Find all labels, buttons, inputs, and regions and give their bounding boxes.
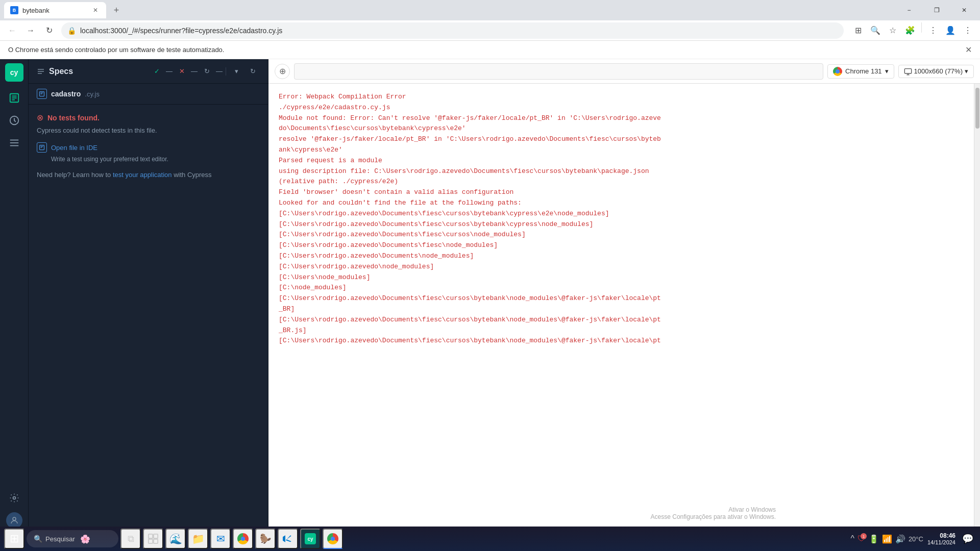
search-icon[interactable]: 🔍 [867,22,884,39]
tray-antivirus[interactable]: 🛡 1 [857,534,866,543]
forward-button[interactable]: → [22,22,39,39]
taskbar-dbeaver[interactable]: 🦫 [255,529,276,549]
close-button[interactable]: ✕ [952,2,976,18]
minimize-button[interactable]: − [897,2,921,18]
scrollbar-thumb[interactable] [975,88,979,129]
tab-title: bytebank [22,7,87,14]
banner-close-button[interactable]: ✕ [965,45,972,55]
open-ide-link[interactable]: Open file in IDE [37,142,260,153]
translate-icon[interactable]: ⊞ [850,22,866,39]
cypress-icon-sidebar: cy [0,59,29,533]
chrome-logo-icon [833,67,842,76]
tray-battery-icon[interactable]: 🔋 [869,534,879,544]
taskbar-task-view[interactable]: ⧉ [120,529,141,549]
taskbar-edge[interactable]: 🌊 [165,529,186,549]
open-ide-icon [37,142,47,153]
sidebar-item-debug[interactable] [4,133,24,153]
browser-toolbar-icons: ⊞ 🔍 ☆ 🧩 ⋮ 👤 ⋮ [850,22,976,39]
svg-rect-19 [904,68,911,73]
tray-wifi-icon[interactable]: 📶 [882,534,892,544]
open-ide-desc: Write a test using your preferred text e… [51,156,260,163]
taskbar-date: 14/11/2024 [927,539,955,545]
specs-panel: Specs ✓ — ✕ — ↻ — ▾ ↻ cada [29,59,268,533]
toolbar-divider [921,22,922,33]
spec-toolbar-divider [226,67,226,76]
viewport-icon [904,67,912,76]
new-tab-button[interactable]: + [109,3,124,17]
taskbar-search[interactable]: 🔍 Pesquisar 🌸 [27,530,118,547]
taskbar-clock[interactable]: 08:46 14/11/2024 [927,532,955,545]
profile-icon[interactable]: 👤 [942,22,959,39]
reload-button[interactable]: ↻ [41,22,57,39]
browser-name-text: Chrome 131 [845,67,882,75]
taskbar-mail[interactable]: ✉ [210,529,231,549]
tab-favicon: B [10,6,18,14]
menu-icon[interactable]: ⋮ [960,22,976,39]
browser-selector[interactable]: Chrome 131 ▾ [827,64,894,79]
app-area: cy [0,59,980,533]
taskbar-cypress-active[interactable]: cy [300,529,321,549]
main-content-area: ⊕ Chrome 131 ▾ 1000x660 (77%) ▾ Error: W… [268,59,980,533]
svg-rect-24 [149,539,153,543]
spec-tool-chevron-button[interactable]: ▾ [229,64,243,79]
sidebar-item-specs[interactable] [4,88,24,108]
scrollbar[interactable] [974,84,980,533]
automation-banner: O Chrome está sendo controlado por um so… [0,41,980,59]
taskbar: ⊞ 🔍 Pesquisar 🌸 ⧉ 🌊 📁 ✉ 🦫 cy ^ 🛡 1 [0,527,980,551]
taskbar-vscode[interactable] [278,529,298,549]
maximize-button[interactable]: ❐ [925,2,948,18]
spec-tool-dash1: — [166,67,173,75]
url-bar[interactable]: 🔒 localhost:3000/_/#/specs/runner?file=c… [61,22,844,39]
svg-rect-22 [149,534,153,538]
browser-tab[interactable]: B bytebank ✕ [4,2,106,18]
no-tests-title: No tests found. [47,114,100,122]
help-text: Need help? Learn how to test your applic… [37,171,260,179]
taskbar-search-text: Pesquisar [45,535,75,543]
url-text: localhost:3000/_/#/specs/runner?file=cyp… [80,27,838,35]
sidebar-item-runs[interactable] [4,110,24,131]
tray-temperature: 20°C [909,535,923,543]
cypress-taskbar-icon: cy [305,533,316,544]
viewport-selector[interactable]: 1000x660 (77%) ▾ [898,65,974,78]
runner-header: ⊕ Chrome 131 ▾ 1000x660 (77%) ▾ [268,59,980,84]
cypress-logo[interactable]: cy [5,63,23,82]
specs-panel-icon [37,67,45,76]
svg-point-8 [13,497,15,499]
specs-panel-title: Specs [49,67,145,76]
spec-tool-spinner-button[interactable]: ↻ [200,64,214,79]
svg-point-9 [13,517,16,520]
spec-file-item[interactable]: cadastro .cy.js [29,84,268,105]
taskbar-right: ^ 🛡 1 🔋 📶 🔊 20°C 08:46 14/11/2024 💬 [850,531,976,547]
spec-tool-check-button[interactable]: ✓ [150,64,164,79]
tab-groups-icon[interactable]: ⋮ [925,22,941,39]
no-tests-desc: Cypress could not detect tests in this f… [37,127,260,134]
spec-file-icon [37,89,47,99]
taskbar-chrome-running[interactable] [323,529,343,549]
taskbar-widgets[interactable] [143,529,163,549]
spec-filename: cadastro [51,90,81,98]
back-button[interactable]: ← [4,22,20,39]
help-link[interactable]: test your application [113,171,172,179]
taskbar-chrome-pinned[interactable] [233,529,253,549]
bookmark-icon[interactable]: ☆ [885,22,901,39]
taskbar-explorer[interactable]: 📁 [188,529,208,549]
open-ide-text: Open file in IDE [51,144,97,152]
start-button[interactable]: ⊞ [4,529,24,549]
runner-globe-button[interactable]: ⊕ [275,64,290,79]
tab-close-button[interactable]: ✕ [91,6,100,15]
spec-tool-refresh-button[interactable]: ↻ [246,64,260,79]
taskbar-notification-button[interactable]: 💬 [960,531,976,547]
error-section: ⊗ No tests found. Cypress could not dete… [29,105,268,187]
viewport-text: 1000x660 (77%) [914,67,963,75]
sidebar-settings[interactable] [4,488,24,508]
extensions-icon[interactable]: 🧩 [902,22,918,39]
tray-expand-icon[interactable]: ^ [850,534,854,543]
chrome-titlebar: B bytebank ✕ + − ❐ ✕ [0,0,980,20]
specs-toolbar: ✓ — ✕ — ↻ — ▾ ↻ [150,64,260,79]
tray-volume-icon[interactable]: 🔊 [895,534,905,544]
address-bar: ← → ↻ 🔒 localhost:3000/_/#/specs/runner?… [0,20,980,41]
spec-tool-x-button[interactable]: ✕ [175,64,189,79]
taskbar-search-flower: 🌸 [80,534,90,544]
runner-url-bar[interactable] [294,63,823,80]
error-log[interactable]: Error: Webpack Compilation Error./cypres… [268,84,974,533]
